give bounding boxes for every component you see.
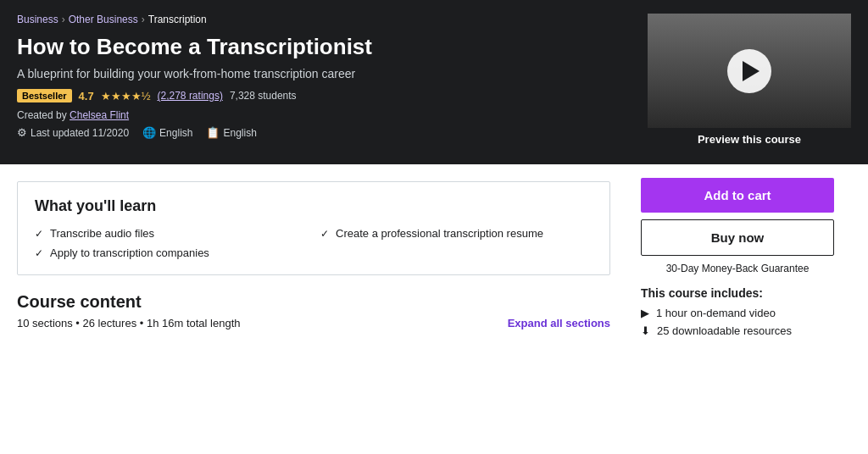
rating-row: Bestseller 4.7 ★★★★½ (2,278 ratings) 7,3… [17,89,644,102]
breadcrumb: Business › Other Business › Transcriptio… [17,14,644,25]
content-left: What you'll learn ✓ Transcribe audio fil… [0,164,627,342]
clock-icon: ⚙ [17,126,27,139]
language2-item: 📋 English [206,126,256,139]
add-to-cart-button[interactable]: Add to cart [641,178,834,213]
star-icons: ★★★★½ [101,90,151,102]
hero-section: Business › Other Business › Transcriptio… [0,0,868,164]
hero-content: Business › Other Business › Transcriptio… [17,14,644,139]
includes-title: This course includes: [641,286,834,300]
breadcrumb-sep2: › [142,14,145,25]
course-content-title: Course content [17,292,610,312]
check-icon-3: ✓ [320,228,329,240]
meta-row: ⚙ Last updated 11/2020 🌐 English 📋 Engli… [17,126,644,139]
created-by-label: Created by [17,109,67,121]
learn-title: What you'll learn [35,197,593,215]
language1-item: 🌐 English [142,126,192,139]
breadcrumb-business[interactable]: Business [17,14,58,25]
students-count: 7,328 students [230,90,297,102]
course-meta-text: 10 sections • 26 lectures • 1h 16m total… [17,317,240,329]
main-content: What you'll learn ✓ Transcribe audio fil… [0,164,868,342]
course-subtitle: A blueprint for building your work-from-… [17,67,644,80]
buy-now-button[interactable]: Buy now [641,219,834,256]
language1-text: English [159,127,192,139]
play-triangle-icon [743,61,760,81]
learn-item-text-3: Create a professional transcription resu… [336,227,543,240]
ratings-count[interactable]: (2,278 ratings) [158,90,223,102]
author-link[interactable]: Chelsea Flint [70,109,129,121]
expand-all-link[interactable]: Expand all sections [508,317,610,329]
download-icon: ⬇ [641,324,650,337]
language2-text: English [223,127,256,139]
caption-icon: 📋 [206,126,220,139]
course-title: How to Become a Transcriptionist [17,34,644,60]
breadcrumb-other-business[interactable]: Other Business [69,14,138,25]
play-button[interactable] [727,49,771,93]
learn-item-text-2: Apply to transcription companies [50,246,209,259]
video-icon: ▶ [641,307,649,319]
includes-item-text-1: 1 hour on-demand video [656,307,776,319]
preview-label: Preview this course [648,128,851,151]
course-meta: 10 sections • 26 lectures • 1h 16m total… [17,317,610,329]
last-updated: ⚙ Last updated 11/2020 [17,126,129,139]
bestseller-badge: Bestseller [17,89,72,102]
learn-item-3: ✓ Create a professional transcription re… [320,227,593,240]
last-updated-text: Last updated 11/2020 [31,127,129,139]
breadcrumb-sep1: › [62,14,65,25]
check-icon-2: ✓ [35,247,43,259]
learn-box: What you'll learn ✓ Transcribe audio fil… [17,181,610,275]
guarantee-text: 30-Day Money-Back Guarantee [641,263,834,274]
includes-item-2: ⬇ 25 downloadable resources [641,324,834,337]
learn-grid: ✓ Transcribe audio files ✓ Create a prof… [35,227,593,259]
course-content-section: Course content 10 sections • 26 lectures… [17,292,610,329]
rating-score: 4.7 [79,90,94,102]
preview-thumbnail [648,14,851,128]
preview-card[interactable]: Preview this course [648,14,851,151]
includes-item-1: ▶ 1 hour on-demand video [641,307,834,319]
globe-icon: 🌐 [142,126,156,139]
breadcrumb-transcription: Transcription [148,14,207,25]
sidebar-right: Add to cart Buy now 30-Day Money-Back Gu… [627,164,848,342]
created-by: Created by Chelsea Flint [17,109,644,121]
learn-item-2: ✓ Apply to transcription companies [35,246,307,259]
check-icon-1: ✓ [35,228,43,240]
learn-item-1: ✓ Transcribe audio files [35,227,307,240]
learn-item-text-1: Transcribe audio files [50,227,154,240]
includes-item-text-2: 25 downloadable resources [657,324,792,337]
